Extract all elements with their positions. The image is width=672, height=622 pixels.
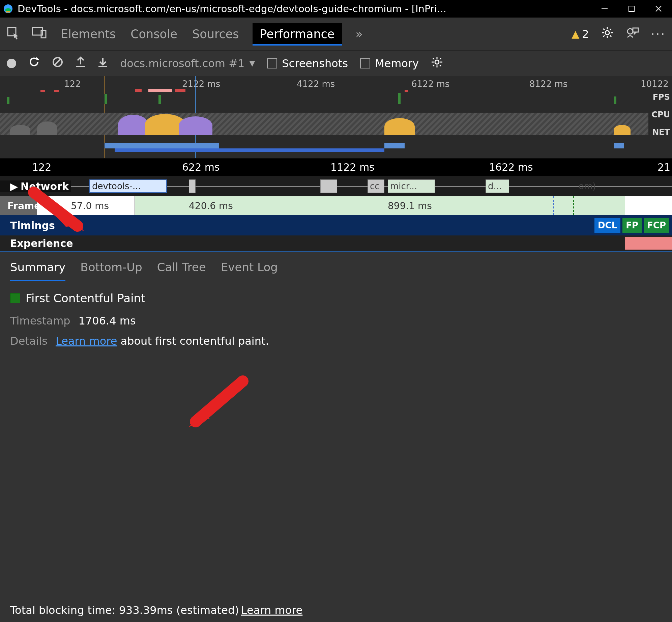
target-selector[interactable]: docs.microsoft.com #1 ▼ (120, 57, 255, 70)
memory-checkbox[interactable]: Memory (360, 57, 419, 70)
network-row[interactable]: ▶ Network devtools-... cc micr... d... o… (0, 176, 672, 196)
network-request[interactable]: om) (577, 179, 661, 193)
tab-event-log[interactable]: Event Log (221, 254, 278, 281)
summary-panel: First Contentful Paint Timestamp 1706.4 … (0, 282, 672, 364)
svg-rect-1 (6, 11, 10, 12)
svg-line-31 (440, 58, 441, 59)
footer-learn-more-link[interactable]: Learn more (241, 604, 303, 617)
download-icon[interactable] (98, 56, 108, 70)
annotation-arrow (189, 378, 250, 428)
svg-rect-3 (629, 6, 634, 11)
svg-line-15 (610, 35, 611, 37)
clear-icon[interactable] (52, 56, 63, 70)
device-icon[interactable] (32, 26, 47, 42)
timing-dcl[interactable]: DCL (594, 218, 620, 233)
screenshots-label: Screenshots (282, 57, 348, 70)
frame-value: 420.6 ms (189, 200, 233, 211)
upload-icon[interactable] (76, 56, 86, 70)
svg-line-16 (610, 29, 611, 30)
warning-icon: ▲ (572, 28, 579, 40)
capture-settings-icon[interactable] (431, 56, 443, 71)
memory-label: Memory (375, 57, 419, 70)
timestamp-label: Timestamp (10, 314, 70, 327)
titlebar: DevTools - docs.microsoft.com/en-us/micr… (0, 0, 672, 18)
target-label: docs.microsoft.com #1 (120, 57, 244, 70)
svg-point-9 (605, 31, 609, 35)
screenshots-checkbox[interactable]: Screenshots (267, 57, 348, 70)
timestamp-value: 1706.4 ms (79, 314, 136, 327)
details-text: about first contentful paint. (117, 335, 269, 347)
tab-bottom-up[interactable]: Bottom-Up (80, 254, 142, 281)
svg-line-14 (603, 29, 605, 30)
settings-icon[interactable] (601, 27, 613, 41)
app-icon (3, 3, 13, 14)
tab-call-tree[interactable]: Call Tree (157, 254, 206, 281)
reload-icon[interactable] (28, 56, 40, 70)
svg-line-30 (440, 65, 441, 66)
svg-rect-19 (633, 28, 638, 32)
maximize-button[interactable] (618, 0, 645, 18)
metric-title: First Contentful Paint (26, 291, 146, 305)
summary-tabs: Summary Bottom-Up Call Tree Event Log (0, 251, 672, 282)
metric-color-swatch (10, 293, 20, 303)
network-request[interactable]: cc (368, 179, 384, 193)
inspect-icon[interactable] (6, 26, 20, 42)
learn-more-link[interactable]: Learn more (56, 335, 117, 347)
warning-count: 2 (582, 28, 589, 40)
timings-row[interactable]: Timings DCL FP FCP (0, 215, 672, 235)
network-request[interactable] (320, 179, 337, 193)
network-request[interactable]: micr... (388, 179, 435, 193)
status-footer: Total blocking time: 933.39ms (estimated… (0, 598, 672, 622)
timing-fcp[interactable]: FCP (644, 218, 669, 233)
tab-elements[interactable]: Elements (59, 24, 117, 44)
checkbox-icon (267, 58, 277, 68)
total-blocking-time: Total blocking time: 933.39ms (estimated… (10, 604, 239, 617)
minimize-button[interactable] (591, 0, 618, 18)
timing-fp[interactable]: FP (622, 218, 642, 233)
svg-line-32 (433, 65, 434, 66)
perf-toolbar: docs.microsoft.com #1 ▼ Screenshots Memo… (0, 51, 672, 76)
window-title: DevTools - docs.microsoft.com/en-us/micr… (18, 3, 591, 15)
network-request[interactable]: d... (486, 179, 509, 193)
tab-performance[interactable]: Performance (253, 23, 342, 45)
cpu-track (0, 113, 648, 135)
frame-value: 899.1 ms (388, 200, 432, 211)
checkbox-icon (360, 58, 370, 68)
frames-row[interactable]: Frames 57.0 ms 420.6 ms 899.1 ms (0, 196, 672, 215)
feedback-icon[interactable] (625, 26, 639, 42)
fps-track (0, 92, 648, 104)
expand-icon[interactable]: ▶ (10, 180, 18, 192)
tab-summary[interactable]: Summary (10, 254, 65, 281)
tab-sources[interactable]: Sources (191, 24, 240, 44)
details-label: Details (10, 335, 48, 347)
main-tabs: Elements Console Sources Performance » ▲… (0, 18, 672, 51)
caret-down-icon: ▼ (249, 59, 255, 67)
record-button[interactable] (7, 59, 16, 68)
svg-line-29 (433, 58, 434, 59)
network-request[interactable] (189, 179, 196, 193)
kebab-icon[interactable]: ··· (651, 27, 666, 41)
overview-labels: FPS CPU NET (651, 92, 670, 145)
net-track (0, 141, 648, 152)
svg-line-21 (55, 59, 61, 65)
experience-row[interactable]: Experience (0, 235, 672, 251)
detail-ruler: 122 622 ms 1122 ms 1622 ms 21 (0, 159, 672, 176)
experience-label: Experience (10, 237, 73, 249)
tab-more[interactable]: » (354, 24, 364, 44)
svg-point-18 (627, 29, 633, 34)
svg-rect-8 (41, 30, 46, 38)
experience-bar[interactable] (625, 237, 672, 250)
network-request-selected[interactable]: devtools-... (89, 179, 167, 193)
overview-timeline[interactable]: 122 2122 ms 4122 ms 6122 ms 8122 ms 1012… (0, 76, 672, 159)
warnings-indicator[interactable]: ▲ 2 (572, 28, 589, 40)
svg-point-24 (435, 60, 439, 64)
annotation-arrow (27, 189, 88, 233)
flamechart-area[interactable]: 122 622 ms 1122 ms 1622 ms 21 ▶ Network … (0, 159, 672, 251)
svg-line-17 (603, 35, 605, 37)
tab-console[interactable]: Console (129, 24, 179, 44)
close-button[interactable] (645, 0, 672, 18)
